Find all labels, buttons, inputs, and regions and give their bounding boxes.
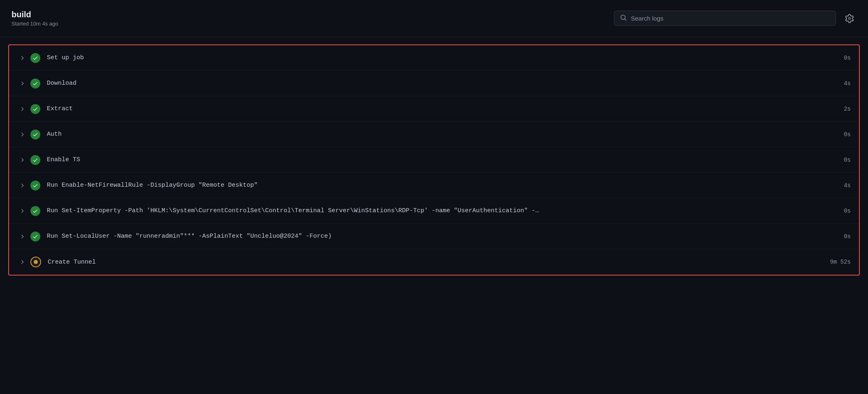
job-duration-label: 4s (826, 182, 851, 189)
in-progress-icon (30, 257, 41, 267)
list-item[interactable]: Run Set-ItemProperty -Path 'HKLM:\System… (9, 198, 859, 224)
expand-chevron-icon[interactable] (17, 257, 27, 267)
search-input[interactable] (631, 15, 830, 22)
job-duration-label: 0s (826, 208, 851, 214)
job-name-label: Create Tunnel (48, 259, 826, 266)
expand-chevron-icon[interactable] (17, 53, 27, 63)
list-item[interactable]: Download4s (9, 71, 859, 96)
main-content: Set up job0sDownload4sExtract2sAuth0sEna… (0, 44, 868, 276)
success-icon (30, 130, 40, 139)
list-item[interactable]: Create Tunnel9m 52s (9, 249, 859, 275)
list-item[interactable]: Enable TS0s (9, 147, 859, 173)
job-name-label: Run Set-ItemProperty -Path 'HKLM:\System… (47, 207, 826, 214)
expand-chevron-icon[interactable] (17, 232, 27, 241)
expand-chevron-icon[interactable] (17, 155, 27, 165)
job-duration-label: 0s (826, 233, 851, 240)
expand-chevron-icon[interactable] (17, 104, 27, 114)
header-left: build Started 10m 4s ago (12, 10, 58, 27)
job-duration-label: 4s (826, 80, 851, 87)
page-title: build (12, 10, 58, 19)
search-box[interactable] (614, 11, 836, 26)
list-item[interactable]: Extract2s (9, 96, 859, 122)
list-item[interactable]: Auth0s (9, 122, 859, 147)
job-name-label: Set up job (47, 54, 826, 61)
job-name-label: Run Set-LocalUser -Name "runneradmin"***… (47, 233, 826, 240)
expand-chevron-icon[interactable] (17, 130, 27, 139)
job-duration-label: 2s (826, 106, 851, 112)
page-header: build Started 10m 4s ago (0, 0, 868, 37)
list-item[interactable]: Run Set-LocalUser -Name "runneradmin"***… (9, 224, 859, 249)
expand-chevron-icon[interactable] (17, 206, 27, 216)
success-icon (30, 53, 40, 63)
expand-chevron-icon[interactable] (17, 79, 27, 88)
job-name-label: Enable TS (47, 156, 826, 163)
page-subtitle: Started 10m 4s ago (12, 21, 58, 27)
success-icon (30, 206, 40, 216)
job-duration-label: 0s (826, 55, 851, 61)
expand-chevron-icon[interactable] (17, 181, 27, 190)
job-name-label: Run Enable-NetFirewallRule -DisplayGroup… (47, 182, 826, 189)
search-icon (620, 14, 627, 22)
list-item[interactable]: Run Enable-NetFirewallRule -DisplayGroup… (9, 173, 859, 198)
job-duration-label: 0s (826, 131, 851, 138)
job-name-label: Download (47, 80, 826, 87)
job-duration-label: 0s (826, 157, 851, 163)
job-name-label: Auth (47, 131, 826, 138)
job-duration-label: 9m 52s (826, 259, 851, 265)
success-icon (30, 181, 40, 190)
job-name-label: Extract (47, 105, 826, 112)
settings-button[interactable] (843, 12, 856, 25)
success-icon (30, 104, 40, 114)
header-right (614, 11, 856, 26)
success-icon (30, 232, 40, 241)
success-icon (30, 79, 40, 88)
success-icon (30, 155, 40, 165)
list-item[interactable]: Set up job0s (9, 45, 859, 71)
job-list: Set up job0sDownload4sExtract2sAuth0sEna… (8, 44, 860, 276)
inner-dot (34, 260, 38, 264)
